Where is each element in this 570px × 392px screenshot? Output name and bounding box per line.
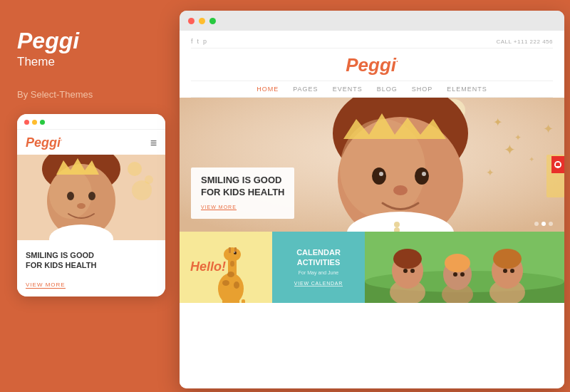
svg-point-8 <box>128 162 142 176</box>
mobile-header: Peggi· ≡ <box>17 130 165 155</box>
svg-point-46 <box>234 252 235 253</box>
svg-point-42 <box>230 261 234 267</box>
nav-shop[interactable]: SHOP <box>412 86 433 93</box>
svg-point-30 <box>393 185 408 195</box>
svg-point-29 <box>422 172 426 176</box>
svg-point-4 <box>67 192 74 200</box>
hamburger-icon[interactable]: ≡ <box>150 137 157 150</box>
desktop-logo-row: Peggi· <box>191 48 553 81</box>
mobile-dot-red <box>24 120 29 125</box>
cart-icon <box>554 160 562 169</box>
mobile-text-section: SMILING IS GOODFOR KIDS HEALTH VIEW MORE <box>17 240 165 296</box>
social-icons: f t p <box>191 38 207 45</box>
desktop-nav: HOME PAGES EVENTS BLOG SHOP ELEMENTS <box>191 81 553 98</box>
svg-point-5 <box>88 192 95 200</box>
svg-point-66 <box>453 272 457 277</box>
desktop-social-row: f t p CALL +111 222 456 <box>191 35 553 48</box>
desktop-dot-yellow <box>199 18 205 24</box>
svg-text:✦: ✦ <box>486 167 494 178</box>
twitter-icon[interactable]: t <box>197 38 200 45</box>
pagination-dot[interactable] <box>534 222 539 226</box>
svg-point-38 <box>224 247 241 262</box>
calendar-link[interactable]: VIEW CALENDAR <box>294 281 343 287</box>
card-kids-photo <box>365 232 564 303</box>
svg-point-41 <box>222 280 229 286</box>
desktop-logo: Peggi· <box>346 54 398 76</box>
left-subtitle: Theme <box>17 55 160 69</box>
left-title: Peggi <box>17 29 160 53</box>
nav-pages[interactable]: PAGES <box>293 86 318 93</box>
mobile-logo: Peggi· <box>26 135 62 150</box>
nav-blog[interactable]: BLOG <box>377 86 398 93</box>
svg-point-65 <box>410 269 415 273</box>
svg-point-67 <box>460 272 465 277</box>
svg-point-68 <box>503 269 507 273</box>
svg-text:✦: ✦ <box>529 155 534 163</box>
pinterest-icon[interactable]: p <box>203 38 207 45</box>
svg-text:✦: ✦ <box>514 133 522 143</box>
desktop-header: f t p CALL +111 222 456 Peggi· HOME PAGE… <box>180 31 564 98</box>
desktop-cards: Hello! CALENDARACTIVITIES For May and Ju… <box>180 232 564 303</box>
svg-point-32 <box>394 222 400 227</box>
mobile-top-bar <box>17 114 165 130</box>
left-byline: By Select-Themes <box>17 89 160 100</box>
desktop-dot-red <box>188 18 195 24</box>
svg-rect-43 <box>229 247 231 253</box>
svg-point-27 <box>415 167 429 185</box>
desktop-top-bar <box>180 11 564 31</box>
pagination-dot-active[interactable] <box>542 222 546 226</box>
nav-elements[interactable]: ELEMENTS <box>447 86 487 93</box>
svg-point-69 <box>510 269 514 273</box>
call-info: CALL +111 222 456 <box>496 38 553 45</box>
svg-rect-47 <box>222 299 226 303</box>
facebook-icon[interactable]: f <box>191 38 193 45</box>
svg-point-26 <box>372 167 386 185</box>
hero-title: SMILING IS GOODFOR KIDS HEALTH <box>201 175 284 199</box>
hero-pagination <box>534 222 553 226</box>
svg-point-57 <box>393 249 422 269</box>
svg-point-60 <box>445 254 470 272</box>
svg-point-40 <box>234 282 239 289</box>
svg-point-64 <box>403 269 408 273</box>
svg-rect-49 <box>236 299 239 303</box>
left-panel: Peggi Theme By Select-Themes Peggi· ≡ <box>0 0 177 392</box>
nav-events[interactable]: EVENTS <box>333 86 363 93</box>
desktop-hero: ✦ ✦ ✦ ✦ ✦ ✦ <box>180 98 564 232</box>
svg-text:✦: ✦ <box>504 142 516 158</box>
card-hello: Hello! <box>180 232 272 303</box>
svg-rect-50 <box>242 299 245 303</box>
mobile-mockup: Peggi· ≡ <box>17 114 165 296</box>
calendar-title: CALENDARACTIVITIES <box>296 248 341 267</box>
mobile-view-more[interactable]: VIEW MORE <box>26 282 66 289</box>
cart-button[interactable] <box>551 156 564 173</box>
svg-rect-48 <box>229 299 233 303</box>
hero-cta[interactable]: VIEW MORE <box>201 205 237 210</box>
mobile-hero-image <box>17 155 165 240</box>
nav-home[interactable]: HOME <box>256 86 279 93</box>
svg-text:✦: ✦ <box>543 122 554 136</box>
mobile-dot-green <box>40 120 45 125</box>
card-calendar: CALENDARACTIVITIES For May and June VIEW… <box>272 232 365 303</box>
svg-point-63 <box>493 249 522 269</box>
calendar-subtitle: For May and June <box>299 270 338 275</box>
svg-point-10 <box>132 180 152 200</box>
desktop-content: f t p CALL +111 222 456 Peggi· HOME PAGE… <box>180 31 564 388</box>
mobile-hero-text: SMILING IS GOODFOR KIDS HEALTH <box>26 250 157 271</box>
mobile-window-dots <box>24 120 45 125</box>
desktop-mockup: f t p CALL +111 222 456 Peggi· HOME PAGE… <box>180 11 564 388</box>
svg-point-28 <box>379 172 383 176</box>
svg-text:✦: ✦ <box>493 116 502 128</box>
svg-text:Hello!: Hello! <box>190 259 226 274</box>
pagination-dot[interactable] <box>549 222 553 226</box>
svg-point-39 <box>227 272 234 277</box>
desktop-dot-green <box>209 18 216 24</box>
hero-text-box: SMILING IS GOODFOR KIDS HEALTH VIEW MORE <box>191 167 294 219</box>
svg-point-6 <box>77 203 86 209</box>
mobile-dot-yellow <box>32 120 37 125</box>
